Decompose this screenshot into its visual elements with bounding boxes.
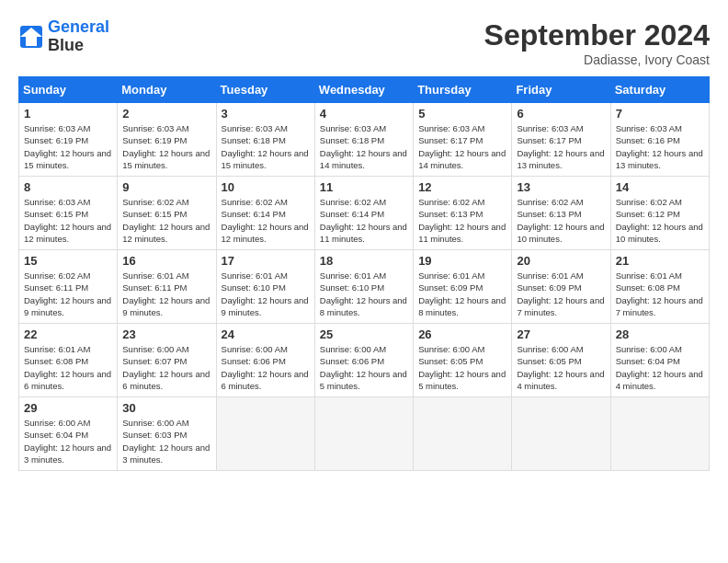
month-title: September 2024 bbox=[484, 18, 710, 52]
calendar-cell: 14 Sunrise: 6:02 AM Sunset: 6:12 PM Dayl… bbox=[610, 177, 709, 250]
calendar-cell: 9 Sunrise: 6:02 AM Sunset: 6:15 PM Dayli… bbox=[118, 177, 216, 250]
calendar-cell: 25 Sunrise: 6:00 AM Sunset: 6:06 PM Dayl… bbox=[314, 324, 413, 397]
day-info: Sunrise: 6:02 AM Sunset: 6:13 PM Dayligh… bbox=[517, 196, 605, 245]
day-info: Sunrise: 6:03 AM Sunset: 6:17 PM Dayligh… bbox=[517, 122, 605, 171]
calendar-cell: 16 Sunrise: 6:01 AM Sunset: 6:11 PM Dayl… bbox=[118, 250, 216, 324]
calendar-week-2: 8 Sunrise: 6:03 AM Sunset: 6:15 PM Dayli… bbox=[19, 177, 710, 250]
day-info: Sunrise: 6:01 AM Sunset: 6:08 PM Dayligh… bbox=[616, 270, 704, 318]
day-number: 27 bbox=[517, 327, 605, 341]
day-number: 10 bbox=[222, 180, 310, 194]
calendar-cell: 2 Sunrise: 6:03 AM Sunset: 6:19 PM Dayli… bbox=[118, 103, 216, 177]
day-number: 14 bbox=[616, 180, 704, 194]
calendar-cell: 29 Sunrise: 6:00 AM Sunset: 6:04 PM Dayl… bbox=[19, 397, 118, 471]
calendar-cell: 18 Sunrise: 6:01 AM Sunset: 6:10 PM Dayl… bbox=[314, 250, 413, 324]
day-number: 26 bbox=[418, 327, 506, 341]
calendar-cell: 27 Sunrise: 6:00 AM Sunset: 6:05 PM Dayl… bbox=[512, 324, 610, 397]
day-number: 23 bbox=[122, 327, 210, 341]
day-info: Sunrise: 6:02 AM Sunset: 6:11 PM Dayligh… bbox=[24, 270, 112, 318]
calendar-cell bbox=[610, 397, 709, 471]
calendar-cell bbox=[216, 397, 314, 471]
day-number: 30 bbox=[122, 401, 210, 415]
header-monday: Monday bbox=[118, 77, 216, 103]
day-info: Sunrise: 6:01 AM Sunset: 6:10 PM Dayligh… bbox=[222, 270, 310, 318]
calendar-cell: 12 Sunrise: 6:02 AM Sunset: 6:13 PM Dayl… bbox=[414, 177, 512, 250]
calendar-cell: 13 Sunrise: 6:02 AM Sunset: 6:13 PM Dayl… bbox=[512, 177, 610, 250]
logo-general: General bbox=[48, 17, 109, 36]
calendar-cell: 19 Sunrise: 6:01 AM Sunset: 6:09 PM Dayl… bbox=[414, 250, 512, 324]
logo-blue: Blue bbox=[48, 37, 109, 55]
day-number: 6 bbox=[517, 107, 605, 121]
day-number: 12 bbox=[418, 180, 506, 194]
day-info: Sunrise: 6:00 AM Sunset: 6:05 PM Dayligh… bbox=[418, 343, 506, 392]
day-info: Sunrise: 6:02 AM Sunset: 6:15 PM Dayligh… bbox=[122, 196, 210, 245]
calendar-cell bbox=[414, 397, 512, 471]
header-wednesday: Wednesday bbox=[314, 77, 413, 103]
day-info: Sunrise: 6:03 AM Sunset: 6:18 PM Dayligh… bbox=[320, 122, 408, 171]
calendar-cell: 30 Sunrise: 6:00 AM Sunset: 6:03 PM Dayl… bbox=[118, 397, 216, 471]
calendar-cell: 22 Sunrise: 6:01 AM Sunset: 6:08 PM Dayl… bbox=[19, 324, 118, 397]
calendar-cell bbox=[512, 397, 610, 471]
calendar-cell: 24 Sunrise: 6:00 AM Sunset: 6:06 PM Dayl… bbox=[216, 324, 314, 397]
day-number: 22 bbox=[24, 327, 112, 341]
title-section: September 2024 Dadiasse, Ivory Coast bbox=[484, 18, 710, 67]
calendar-cell: 21 Sunrise: 6:01 AM Sunset: 6:08 PM Dayl… bbox=[610, 250, 709, 324]
day-number: 24 bbox=[222, 327, 310, 341]
calendar-cell: 3 Sunrise: 6:03 AM Sunset: 6:18 PM Dayli… bbox=[216, 103, 314, 177]
day-number: 11 bbox=[320, 180, 408, 194]
day-number: 4 bbox=[320, 107, 408, 121]
day-info: Sunrise: 6:03 AM Sunset: 6:16 PM Dayligh… bbox=[616, 122, 704, 171]
header-saturday: Saturday bbox=[610, 77, 709, 103]
calendar-week-1: 1 Sunrise: 6:03 AM Sunset: 6:19 PM Dayli… bbox=[19, 103, 710, 177]
day-info: Sunrise: 6:02 AM Sunset: 6:13 PM Dayligh… bbox=[418, 196, 506, 245]
calendar-cell: 26 Sunrise: 6:00 AM Sunset: 6:05 PM Dayl… bbox=[414, 324, 512, 397]
day-number: 2 bbox=[122, 107, 210, 121]
day-info: Sunrise: 6:03 AM Sunset: 6:18 PM Dayligh… bbox=[222, 122, 310, 171]
day-number: 29 bbox=[24, 401, 112, 415]
logo-icon bbox=[18, 24, 44, 50]
day-number: 17 bbox=[222, 254, 310, 268]
calendar-cell bbox=[314, 397, 413, 471]
calendar-week-3: 15 Sunrise: 6:02 AM Sunset: 6:11 PM Dayl… bbox=[19, 250, 710, 324]
day-number: 21 bbox=[616, 254, 704, 268]
day-info: Sunrise: 6:03 AM Sunset: 6:15 PM Dayligh… bbox=[24, 196, 112, 245]
day-info: Sunrise: 6:00 AM Sunset: 6:04 PM Dayligh… bbox=[24, 417, 112, 465]
calendar-week-5: 29 Sunrise: 6:00 AM Sunset: 6:04 PM Dayl… bbox=[19, 397, 710, 471]
day-number: 19 bbox=[418, 254, 506, 268]
day-info: Sunrise: 6:03 AM Sunset: 6:19 PM Dayligh… bbox=[24, 122, 112, 171]
day-info: Sunrise: 6:00 AM Sunset: 6:03 PM Dayligh… bbox=[122, 417, 210, 465]
calendar-week-4: 22 Sunrise: 6:01 AM Sunset: 6:08 PM Dayl… bbox=[19, 324, 710, 397]
day-info: Sunrise: 6:02 AM Sunset: 6:14 PM Dayligh… bbox=[222, 196, 310, 245]
header-tuesday: Tuesday bbox=[216, 77, 314, 103]
header-thursday: Thursday bbox=[414, 77, 512, 103]
calendar-cell: 11 Sunrise: 6:02 AM Sunset: 6:14 PM Dayl… bbox=[314, 177, 413, 250]
day-number: 25 bbox=[320, 327, 408, 341]
calendar-cell: 15 Sunrise: 6:02 AM Sunset: 6:11 PM Dayl… bbox=[19, 250, 118, 324]
day-info: Sunrise: 6:00 AM Sunset: 6:06 PM Dayligh… bbox=[320, 343, 408, 392]
header-friday: Friday bbox=[512, 77, 610, 103]
day-number: 9 bbox=[122, 180, 210, 194]
calendar-cell: 6 Sunrise: 6:03 AM Sunset: 6:17 PM Dayli… bbox=[512, 103, 610, 177]
day-number: 3 bbox=[222, 107, 310, 121]
page-header: General Blue September 2024 Dadiasse, Iv… bbox=[18, 18, 710, 67]
day-number: 1 bbox=[24, 107, 112, 121]
calendar-cell: 4 Sunrise: 6:03 AM Sunset: 6:18 PM Dayli… bbox=[314, 103, 413, 177]
calendar-cell: 10 Sunrise: 6:02 AM Sunset: 6:14 PM Dayl… bbox=[216, 177, 314, 250]
day-info: Sunrise: 6:00 AM Sunset: 6:04 PM Dayligh… bbox=[616, 343, 704, 392]
day-info: Sunrise: 6:00 AM Sunset: 6:06 PM Dayligh… bbox=[222, 343, 310, 392]
calendar-cell: 20 Sunrise: 6:01 AM Sunset: 6:09 PM Dayl… bbox=[512, 250, 610, 324]
day-info: Sunrise: 6:01 AM Sunset: 6:10 PM Dayligh… bbox=[320, 270, 408, 318]
calendar-cell: 1 Sunrise: 6:03 AM Sunset: 6:19 PM Dayli… bbox=[19, 103, 118, 177]
day-info: Sunrise: 6:01 AM Sunset: 6:09 PM Dayligh… bbox=[418, 270, 506, 318]
day-info: Sunrise: 6:01 AM Sunset: 6:08 PM Dayligh… bbox=[24, 343, 112, 392]
day-info: Sunrise: 6:00 AM Sunset: 6:07 PM Dayligh… bbox=[122, 343, 210, 392]
calendar-header-row: Sunday Monday Tuesday Wednesday Thursday… bbox=[19, 77, 710, 103]
day-info: Sunrise: 6:03 AM Sunset: 6:19 PM Dayligh… bbox=[122, 122, 210, 171]
day-number: 13 bbox=[517, 180, 605, 194]
day-info: Sunrise: 6:00 AM Sunset: 6:05 PM Dayligh… bbox=[517, 343, 605, 392]
day-number: 8 bbox=[24, 180, 112, 194]
calendar-cell: 23 Sunrise: 6:00 AM Sunset: 6:07 PM Dayl… bbox=[118, 324, 216, 397]
header-sunday: Sunday bbox=[19, 77, 118, 103]
day-number: 18 bbox=[320, 254, 408, 268]
calendar-table: Sunday Monday Tuesday Wednesday Thursday… bbox=[18, 76, 710, 471]
logo: General Blue bbox=[18, 18, 109, 55]
